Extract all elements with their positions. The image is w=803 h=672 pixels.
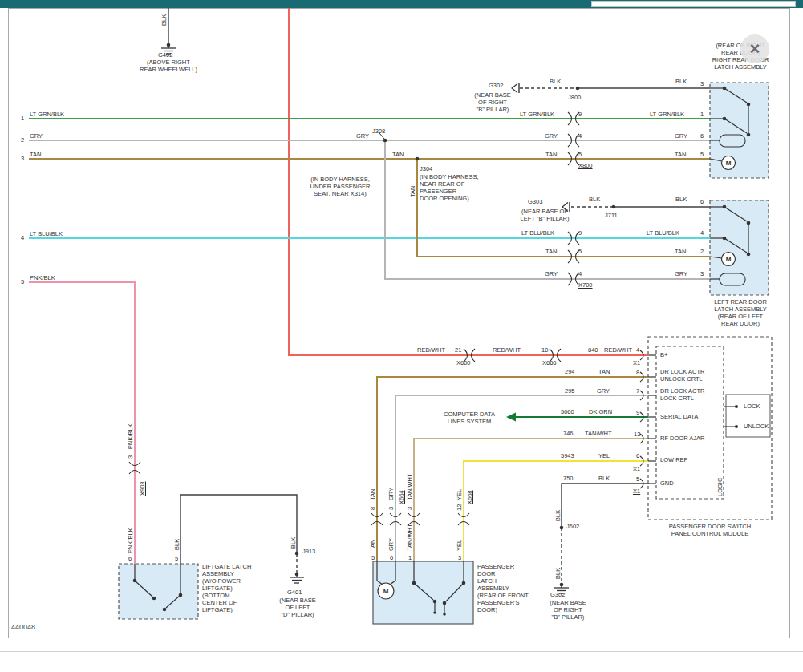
label-g302t: G302 — [489, 82, 503, 89]
g401-ground-icon — [290, 573, 304, 583]
svg-text:M: M — [383, 588, 389, 595]
label-x600: X600 — [456, 359, 471, 366]
label-row4-right: LT BLU/BLK — [647, 229, 679, 237]
label-v-blk-j602b: BLK — [554, 568, 562, 579]
label-pdl-caption: PASSENGER DOOR LATCH ASSEMBLY (REAR OF F… — [477, 563, 535, 613]
label-row1-left: LT GRN/BLK — [30, 111, 64, 118]
wire-blk-liftgate — [180, 495, 297, 564]
label-j304-loc: (IN BODY HARNESS, NEAR REAR OF PASSENGER… — [420, 173, 496, 202]
label-redwht1: RED/WHT — [417, 346, 445, 354]
diagram-code: 440048 — [11, 623, 35, 631]
label-j913: J913 — [302, 548, 315, 555]
label-mod-pin6: 6 — [636, 452, 639, 459]
label-lgl-pin5: 5 — [175, 555, 178, 562]
label-ckt750: 750 — [563, 475, 574, 482]
label-row1-conn: 9 — [578, 111, 582, 118]
label-x666-pin: 10 — [541, 346, 548, 354]
label-tanb-right: TAN — [675, 248, 686, 255]
label-x666: X666 — [542, 359, 557, 366]
label-v-tan: TAN — [369, 489, 376, 500]
svg-text:M: M — [726, 160, 732, 167]
wire-tanwht-module — [414, 439, 648, 564]
inline-connectors — [129, 112, 643, 525]
label-blk-c: BLK — [598, 475, 610, 482]
label-v-pnk: PNK/BLK — [127, 423, 134, 449]
label-v-tan2: TAN — [369, 540, 376, 551]
label-tan-branch-rot: TAN — [409, 186, 416, 197]
right-rear-latch-box — [710, 83, 769, 178]
label-row3-tan: TAN — [392, 151, 404, 158]
label-mod-pin9: 9 — [636, 409, 639, 416]
page-bottom-line — [0, 651, 803, 652]
label-g401-loc: (NEAR BASE OF LEFT "D" PILLAR) — [270, 597, 326, 618]
label-row2-num: 2 — [21, 136, 24, 144]
svg-text:M: M — [726, 256, 732, 263]
label-x700: X700 — [578, 281, 593, 289]
label-ckt5060: 5060 — [561, 408, 574, 415]
ground-symbols — [161, 43, 570, 593]
label-tanwht-c: TAN/WHT — [585, 430, 612, 437]
label-row3-num: 3 — [21, 155, 24, 162]
label-lrl-pin4: 4 — [700, 229, 704, 237]
liftgate-latch-box — [119, 564, 198, 619]
label-v-tan-pin: 8 — [369, 507, 376, 510]
wire-gry-module — [395, 395, 648, 564]
label-row5-left: PNK/BLK — [30, 274, 55, 281]
label-lrl-pin3: 3 — [700, 270, 704, 277]
label-gnd: GND — [660, 480, 674, 487]
label-x1c: X1 — [633, 488, 640, 495]
label-gry-c: GRY — [597, 387, 610, 395]
label-mod-pin4: 4 — [636, 346, 639, 354]
label-row4-conn: 9 — [578, 229, 582, 237]
label-rrl-pin1: 1 — [700, 111, 704, 118]
label-redwht2: RED/WHT — [493, 346, 521, 354]
label-row3-conn: 5 — [578, 151, 582, 158]
label-mod-pin13: 13 — [634, 431, 640, 438]
close-button[interactable]: × — [740, 34, 769, 63]
label-serial-data: SERIAL DATA — [660, 413, 698, 420]
label-ckt294: 294 — [565, 368, 575, 375]
label-lrl-blk: BLK — [675, 196, 687, 203]
label-gryb-conn: 4 — [578, 270, 582, 277]
label-row1-right: LT GRN/BLK — [650, 111, 684, 118]
label-computer-data: COMPUTER DATA LINES SYSTEM — [435, 411, 504, 425]
label-x668: X668 — [466, 490, 473, 504]
label-rrl-pin6: 6 — [700, 132, 704, 140]
label-v-yel-pin: 12 — [456, 504, 463, 511]
label-row1-mid: LT GRN/BLK — [520, 111, 554, 118]
label-row3-left: TAN — [30, 151, 41, 158]
label-v-pnk-pin: 3 — [127, 455, 134, 459]
label-x903: X903 — [139, 481, 146, 496]
label-yel-c: YEL — [598, 452, 610, 459]
label-v-gry2: GRY — [387, 538, 395, 551]
label-g302b: G302 — [550, 591, 565, 598]
label-logic: LOGIC — [716, 478, 724, 496]
label-v-blk-j913: BLK — [290, 537, 297, 549]
label-v-yel2: YEL — [456, 540, 463, 551]
label-dkgrn-c: DK GRN — [589, 408, 612, 415]
lock-unlock-box — [726, 395, 770, 437]
label-lock: LOCK — [744, 403, 760, 410]
close-icon: × — [750, 38, 760, 59]
label-v-tanwht-pin: 3 — [406, 507, 413, 510]
label-row2-left: GRY — [30, 132, 43, 140]
label-x800: X800 — [578, 162, 593, 169]
label-lock-crtl: DR LOCK ACTR LOCK CRTL — [660, 387, 704, 402]
label-lgl-pin6: 6 — [128, 555, 132, 562]
computer-data-arrow-icon — [506, 413, 516, 422]
label-j308: J308 — [372, 128, 385, 135]
label-g401: G401 — [287, 589, 302, 596]
label-pdl-pin1: 1 — [408, 554, 412, 561]
label-rrl-pin5: 5 — [700, 151, 704, 158]
label-module-caption: PASSENGER DOOR SWITCH PANEL CONTROL MODU… — [647, 523, 773, 537]
label-mod-pin7: 7 — [636, 387, 639, 395]
junction-dots — [295, 87, 616, 556]
label-v-pnk2: PNK/BLK — [127, 528, 134, 553]
label-row4-left: LT BLU/BLK — [30, 230, 63, 237]
label-g302t-loc: (NEAR BASE OF RIGHT "B" PILLAR) — [464, 91, 521, 113]
label-pdl-pin3: 3 — [458, 554, 461, 561]
wire-tan-module — [377, 377, 648, 564]
label-tanb-mid: TAN — [545, 248, 557, 255]
label-ckt5943: 5943 — [561, 452, 574, 459]
label-lrl-pin6: 6 — [700, 198, 704, 205]
